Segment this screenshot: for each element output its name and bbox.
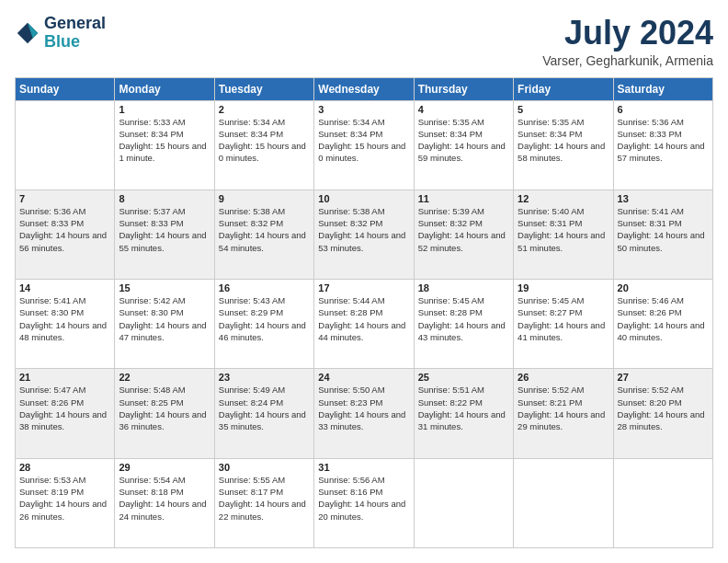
day-info: Sunrise: 5:38 AMSunset: 8:32 PMDaylight:… xyxy=(318,205,409,254)
calendar-cell: 24Sunrise: 5:50 AMSunset: 8:23 PMDayligh… xyxy=(314,369,414,458)
calendar-cell: 2Sunrise: 5:34 AMSunset: 8:34 PMDaylight… xyxy=(214,100,313,190)
day-number: 14 xyxy=(19,282,110,293)
calendar-cell: 25Sunrise: 5:51 AMSunset: 8:22 PMDayligh… xyxy=(414,369,513,458)
location: Varser, Gegharkunik, Armenia xyxy=(542,53,713,68)
day-info: Sunrise: 5:54 AMSunset: 8:18 PMDaylight:… xyxy=(119,474,210,523)
day-number: 13 xyxy=(618,193,709,204)
day-info: Sunrise: 5:56 AMSunset: 8:16 PMDaylight:… xyxy=(318,474,409,523)
day-info: Sunrise: 5:41 AMSunset: 8:30 PMDaylight:… xyxy=(19,294,110,343)
calendar-week-row: 28Sunrise: 5:53 AMSunset: 8:19 PMDayligh… xyxy=(16,458,713,547)
day-info: Sunrise: 5:39 AMSunset: 8:32 PMDaylight:… xyxy=(418,205,509,254)
day-number: 19 xyxy=(518,282,609,293)
day-number: 28 xyxy=(19,462,110,473)
calendar-cell: 11Sunrise: 5:39 AMSunset: 8:32 PMDayligh… xyxy=(414,190,513,279)
month-year: July 2024 xyxy=(542,15,713,52)
calendar-cell xyxy=(16,100,115,190)
calendar-cell: 30Sunrise: 5:55 AMSunset: 8:17 PMDayligh… xyxy=(214,458,313,547)
logo: General Blue xyxy=(15,15,106,52)
day-number: 30 xyxy=(219,462,310,473)
calendar-week-row: 14Sunrise: 5:41 AMSunset: 8:30 PMDayligh… xyxy=(16,280,713,369)
day-info: Sunrise: 5:43 AMSunset: 8:29 PMDaylight:… xyxy=(219,294,310,343)
day-number: 24 xyxy=(318,372,409,383)
calendar-cell: 7Sunrise: 5:36 AMSunset: 8:33 PMDaylight… xyxy=(16,190,115,279)
calendar-cell: 18Sunrise: 5:45 AMSunset: 8:28 PMDayligh… xyxy=(414,280,513,369)
calendar-cell: 17Sunrise: 5:44 AMSunset: 8:28 PMDayligh… xyxy=(314,280,414,369)
day-number: 11 xyxy=(418,193,509,204)
title-block: July 2024 Varser, Gegharkunik, Armenia xyxy=(542,15,713,68)
day-info: Sunrise: 5:52 AMSunset: 8:21 PMDaylight:… xyxy=(518,384,609,432)
calendar-cell: 1Sunrise: 5:33 AMSunset: 8:34 PMDaylight… xyxy=(115,100,214,190)
calendar-cell: 29Sunrise: 5:54 AMSunset: 8:18 PMDayligh… xyxy=(115,458,214,547)
day-info: Sunrise: 5:46 AMSunset: 8:26 PMDaylight:… xyxy=(618,294,709,343)
day-info: Sunrise: 5:53 AMSunset: 8:19 PMDaylight:… xyxy=(19,474,110,523)
day-info: Sunrise: 5:34 AMSunset: 8:34 PMDaylight:… xyxy=(219,116,310,165)
day-number: 17 xyxy=(318,282,409,293)
calendar-week-row: 1Sunrise: 5:33 AMSunset: 8:34 PMDaylight… xyxy=(16,100,713,190)
weekday-header: Saturday xyxy=(613,77,712,100)
logo-text: General Blue xyxy=(44,15,106,52)
calendar-cell: 6Sunrise: 5:36 AMSunset: 8:33 PMDaylight… xyxy=(613,100,712,190)
calendar-cell: 5Sunrise: 5:35 AMSunset: 8:34 PMDaylight… xyxy=(514,100,613,190)
calendar-cell: 31Sunrise: 5:56 AMSunset: 8:16 PMDayligh… xyxy=(314,458,414,547)
day-info: Sunrise: 5:40 AMSunset: 8:31 PMDaylight:… xyxy=(518,205,609,254)
day-number: 9 xyxy=(219,193,310,204)
calendar-cell: 9Sunrise: 5:38 AMSunset: 8:32 PMDaylight… xyxy=(214,190,313,279)
day-info: Sunrise: 5:49 AMSunset: 8:24 PMDaylight:… xyxy=(219,384,310,432)
day-number: 8 xyxy=(119,193,210,204)
day-info: Sunrise: 5:33 AMSunset: 8:34 PMDaylight:… xyxy=(119,116,210,165)
calendar-cell: 14Sunrise: 5:41 AMSunset: 8:30 PMDayligh… xyxy=(16,280,115,369)
calendar-cell: 16Sunrise: 5:43 AMSunset: 8:29 PMDayligh… xyxy=(214,280,313,369)
calendar-cell: 3Sunrise: 5:34 AMSunset: 8:34 PMDaylight… xyxy=(314,100,414,190)
weekday-header: Friday xyxy=(514,77,613,100)
calendar-cell: 8Sunrise: 5:37 AMSunset: 8:33 PMDaylight… xyxy=(115,190,214,279)
weekday-header: Tuesday xyxy=(214,77,313,100)
calendar-cell: 27Sunrise: 5:52 AMSunset: 8:20 PMDayligh… xyxy=(613,369,712,458)
day-info: Sunrise: 5:35 AMSunset: 8:34 PMDaylight:… xyxy=(418,116,509,165)
day-number: 20 xyxy=(618,282,709,293)
day-number: 23 xyxy=(219,372,310,383)
calendar-cell: 12Sunrise: 5:40 AMSunset: 8:31 PMDayligh… xyxy=(514,190,613,279)
day-info: Sunrise: 5:36 AMSunset: 8:33 PMDaylight:… xyxy=(618,116,709,165)
day-number: 29 xyxy=(119,462,210,473)
day-number: 26 xyxy=(518,372,609,383)
page: General Blue July 2024 Varser, Gegharkun… xyxy=(0,0,728,563)
calendar-cell: 10Sunrise: 5:38 AMSunset: 8:32 PMDayligh… xyxy=(314,190,414,279)
day-info: Sunrise: 5:34 AMSunset: 8:34 PMDaylight:… xyxy=(318,116,409,165)
day-info: Sunrise: 5:35 AMSunset: 8:34 PMDaylight:… xyxy=(518,116,609,165)
day-number: 5 xyxy=(518,104,609,115)
logo-icon xyxy=(15,20,40,46)
day-info: Sunrise: 5:47 AMSunset: 8:26 PMDaylight:… xyxy=(19,384,110,432)
day-number: 12 xyxy=(518,193,609,204)
calendar-cell xyxy=(514,458,613,547)
calendar-cell xyxy=(414,458,513,547)
day-number: 31 xyxy=(318,462,409,473)
day-info: Sunrise: 5:36 AMSunset: 8:33 PMDaylight:… xyxy=(19,205,110,254)
day-number: 1 xyxy=(119,104,210,115)
day-number: 6 xyxy=(618,104,709,115)
calendar-cell: 23Sunrise: 5:49 AMSunset: 8:24 PMDayligh… xyxy=(214,369,313,458)
day-number: 3 xyxy=(318,104,409,115)
calendar-header-row: SundayMondayTuesdayWednesdayThursdayFrid… xyxy=(16,77,713,100)
weekday-header: Wednesday xyxy=(314,77,414,100)
day-number: 7 xyxy=(19,193,110,204)
calendar-cell: 20Sunrise: 5:46 AMSunset: 8:26 PMDayligh… xyxy=(613,280,712,369)
day-info: Sunrise: 5:55 AMSunset: 8:17 PMDaylight:… xyxy=(219,474,310,523)
calendar-week-row: 21Sunrise: 5:47 AMSunset: 8:26 PMDayligh… xyxy=(16,369,713,458)
day-number: 2 xyxy=(219,104,310,115)
day-number: 27 xyxy=(618,372,709,383)
calendar-table: SundayMondayTuesdayWednesdayThursdayFrid… xyxy=(15,77,713,548)
day-info: Sunrise: 5:44 AMSunset: 8:28 PMDaylight:… xyxy=(318,294,409,343)
day-info: Sunrise: 5:48 AMSunset: 8:25 PMDaylight:… xyxy=(119,384,210,432)
day-number: 25 xyxy=(418,372,509,383)
day-info: Sunrise: 5:52 AMSunset: 8:20 PMDaylight:… xyxy=(618,384,709,432)
weekday-header: Monday xyxy=(115,77,214,100)
calendar-cell: 15Sunrise: 5:42 AMSunset: 8:30 PMDayligh… xyxy=(115,280,214,369)
calendar-cell: 13Sunrise: 5:41 AMSunset: 8:31 PMDayligh… xyxy=(613,190,712,279)
day-info: Sunrise: 5:41 AMSunset: 8:31 PMDaylight:… xyxy=(618,205,709,254)
calendar-cell: 4Sunrise: 5:35 AMSunset: 8:34 PMDaylight… xyxy=(414,100,513,190)
day-number: 21 xyxy=(19,372,110,383)
day-info: Sunrise: 5:50 AMSunset: 8:23 PMDaylight:… xyxy=(318,384,409,432)
day-info: Sunrise: 5:37 AMSunset: 8:33 PMDaylight:… xyxy=(119,205,210,254)
calendar-cell: 22Sunrise: 5:48 AMSunset: 8:25 PMDayligh… xyxy=(115,369,214,458)
calendar-cell xyxy=(613,458,712,547)
